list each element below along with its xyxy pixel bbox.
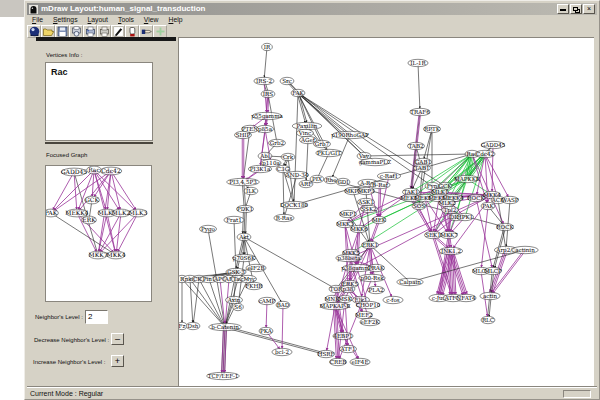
graph-node-label: MKP1 xyxy=(339,211,356,217)
graph-node-label: Akt xyxy=(238,234,249,240)
graph-edge xyxy=(107,213,115,252)
graph-node-label: PKL/GIT xyxy=(317,150,341,156)
graph-edge xyxy=(234,220,236,272)
graph-node-label: MLK3 xyxy=(129,209,148,216)
graph-node-label: R-Ras xyxy=(276,215,293,221)
restore-button[interactable] xyxy=(570,4,582,14)
focused-graph-box[interactable]: GADD45RacCdc42GCKPAKMEKK4MLK1MLK2MLK3ERK… xyxy=(45,165,152,302)
graph-node-label: ERK1 xyxy=(362,242,378,248)
graph-node-label: GCK xyxy=(85,196,99,203)
neighbors-level-input[interactable]: 2 xyxy=(85,310,108,324)
pointer-hand-icon[interactable] xyxy=(139,25,153,38)
close-button[interactable]: × xyxy=(583,4,595,14)
graph-edge xyxy=(225,326,323,352)
graph-edge xyxy=(418,63,420,109)
graph-node-label: MKK6 xyxy=(350,226,368,232)
graph-node-label: PIX xyxy=(312,176,322,182)
printer-blue-icon[interactable] xyxy=(83,25,97,38)
app-ball-icon[interactable] xyxy=(27,25,41,38)
minimize-button[interactable] xyxy=(557,4,569,14)
main-graph-svg: IRIRS-2SrcIRSFAKp55gammaPTENp85aSHIPPaxi… xyxy=(179,38,594,387)
add-node-icon[interactable] xyxy=(153,25,167,38)
focused-graph-svg: GADD45RacCdc42GCKPAKMEKK4MLK1MLK2MLK3ERK… xyxy=(46,166,151,301)
neighbors-level-label: Neighbor's Level : xyxy=(35,314,83,320)
graph-node-label: PDK1 xyxy=(237,206,253,212)
graph-node-label: p85a xyxy=(258,126,273,133)
decrease-level-button[interactable]: – xyxy=(111,333,124,345)
graph-node-label: TRAF6 xyxy=(410,109,430,115)
graph-node-label: p38beta xyxy=(337,255,361,262)
graph-node-label: HSRF xyxy=(318,351,335,357)
graph-edge xyxy=(238,237,245,269)
print-preview-icon[interactable] xyxy=(69,25,83,38)
graph-node-label: actin xyxy=(483,293,498,299)
graph-node-label: PAK xyxy=(46,209,58,216)
graph-node-label: SOS xyxy=(413,203,425,209)
graph-node-label: CREB xyxy=(330,359,347,365)
graph-node-label: TAB2 xyxy=(408,143,424,149)
graph-node-label: MLCP xyxy=(484,268,502,274)
graph-node-label: Calpain xyxy=(399,279,421,286)
menu-item-layout[interactable]: Layout xyxy=(83,16,113,23)
hand-tool-icon[interactable] xyxy=(125,25,139,38)
graph-edge xyxy=(244,237,336,289)
window-title: mDraw Layout:human_signal_transduction xyxy=(41,3,205,15)
graph-node-label: Cdc42 xyxy=(101,167,121,174)
printer-gray-icon[interactable] xyxy=(97,25,111,38)
graph-node-label: b-Catenin xyxy=(211,324,239,330)
menu-bar: FileSettingsLayoutToolsViewHelp xyxy=(27,15,597,24)
graph-edge xyxy=(266,301,267,328)
graph-node-label: MEKK4 xyxy=(65,209,88,216)
decrease-level-label: Decrease Neighbor's Level : xyxy=(34,337,109,343)
graph-node-label: 4EBP1 xyxy=(333,333,352,339)
graph-node-label: HPK1 xyxy=(457,214,473,220)
graph-node-label: AGef xyxy=(300,137,316,143)
graph-edge xyxy=(416,112,420,146)
graph-node-label: FKHR xyxy=(245,283,263,289)
graph-node-label: Grb2 xyxy=(270,140,285,146)
graph-node-label: p70S6K xyxy=(233,255,256,262)
graph-node-label: JNK1,2 xyxy=(440,248,462,255)
graph-node-label: MKP3 xyxy=(357,188,375,194)
graph-edge xyxy=(193,279,199,323)
graph-node-label: GADD45 xyxy=(481,142,506,148)
save-disk-icon[interactable] xyxy=(55,25,69,38)
graph-node-label: MLK2 xyxy=(112,209,131,216)
graph-node-label: MLK2 xyxy=(438,200,456,206)
graph-node-label: RPTK xyxy=(424,126,441,132)
menu-item-settings[interactable]: Settings xyxy=(48,16,83,23)
graph-node-label: MKK7 xyxy=(89,251,108,258)
vertex-name: Rac xyxy=(51,67,152,77)
graph-node-label: MAPKKK xyxy=(454,176,481,182)
graph-node-label: Src xyxy=(282,78,292,84)
graph-edge xyxy=(116,213,121,252)
menu-item-tools[interactable]: Tools xyxy=(113,16,139,23)
graph-node-label: Rac xyxy=(88,166,100,173)
open-folder-icon[interactable] xyxy=(41,25,55,38)
graph-node-label: Cdc42 xyxy=(476,151,495,157)
status-bar: Current Mode : Regular xyxy=(27,387,597,399)
draw-pen-icon[interactable] xyxy=(111,25,125,38)
graph-node-label: FAK xyxy=(292,90,304,96)
graph-node-label: ROCK xyxy=(467,195,485,201)
graph-node-label: SHIP xyxy=(236,132,251,138)
increase-level-button[interactable]: + xyxy=(111,355,124,367)
graph-canvas[interactable]: IRIRS-2SrcIRSFAKp55gammaPTENp85aSHIPPaxi… xyxy=(178,37,594,387)
vertex-info-box[interactable]: Rac xyxy=(45,62,153,141)
graph-node-label: ERK xyxy=(82,216,96,223)
graph-edge xyxy=(182,279,225,327)
graph-node-label: p190RhoGAP xyxy=(331,132,369,139)
menu-item-help[interactable]: Help xyxy=(163,16,187,23)
graph-node-label: Abl xyxy=(259,153,270,159)
graph-node-label: BAD xyxy=(277,302,290,308)
graph-edge xyxy=(284,175,297,218)
status-text: Current Mode : Regular xyxy=(30,390,103,397)
menu-item-file[interactable]: File xyxy=(27,16,48,23)
graph-node-label: TAB1 xyxy=(414,165,429,171)
vertices-info-label: Vertices Info : xyxy=(46,52,82,58)
graph-node-label: RLC xyxy=(482,317,494,323)
title-bar[interactable]: mDraw Layout:human_signal_transduction × xyxy=(27,3,597,15)
menu-item-view[interactable]: View xyxy=(139,16,164,23)
graph-node-label: MSK xyxy=(338,296,353,302)
graph-node-label: Crk xyxy=(283,154,294,160)
